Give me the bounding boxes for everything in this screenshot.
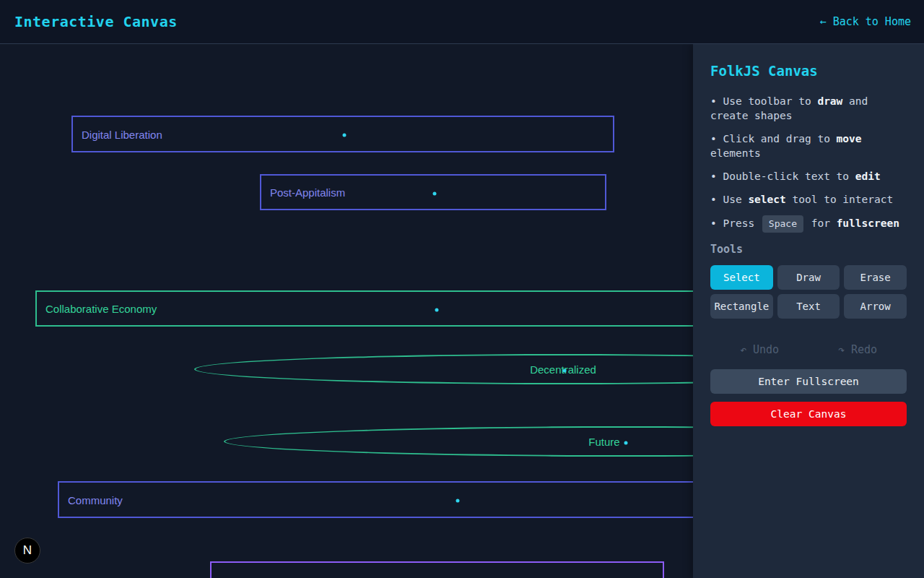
instruction-text: for	[805, 217, 837, 229]
instructions-list: • Use toolbar to draw and create shapes•…	[710, 94, 907, 233]
tools-section-label: Tools	[710, 243, 907, 256]
back-to-home-link[interactable]: ← Back to Home	[820, 15, 911, 28]
shape-center-dot	[624, 441, 628, 445]
canvas-shape-post-appitalism[interactable]: Post-Appitalism	[260, 174, 606, 210]
shape-center-dot	[435, 309, 439, 312]
shape-label-collaborative-economy[interactable]: Collaborative Economy	[45, 303, 157, 315]
instruction-text: • Use toolbar to	[710, 95, 817, 107]
instruction-bold-text: select	[748, 194, 785, 205]
back-to-home-label: Back to Home	[833, 15, 911, 28]
canvas-shape-untitled-rectangle[interactable]	[210, 561, 664, 578]
instruction-text: tool to interact	[786, 194, 893, 205]
tool-button-erase[interactable]: Erase	[844, 265, 907, 290]
tool-button-draw[interactable]: Draw	[777, 265, 840, 290]
app-header: Interactive Canvas ← Back to Home	[0, 0, 924, 44]
instruction-item: • Press Space for fullscreen	[710, 215, 907, 233]
instruction-text: • Press	[710, 217, 761, 229]
instruction-bold-text: draw	[817, 95, 842, 107]
instruction-bold-text: edit	[855, 171, 881, 182]
sidebar-title: FolkJS Canvas	[710, 63, 907, 79]
space-key-badge: Space	[762, 215, 803, 233]
shape-label-community[interactable]: Community	[68, 493, 123, 506]
history-row: ↶ Undo ↷ Redo	[710, 343, 907, 356]
instruction-text: • Click and drag to	[710, 133, 837, 144]
instruction-item: • Double-click text to edit	[710, 169, 907, 184]
instruction-bold-text: fullscreen	[837, 217, 899, 229]
left-arrow-icon: ←	[820, 15, 827, 28]
nextjs-n-icon: N	[23, 543, 32, 558]
nextjs-dev-badge[interactable]: N	[14, 538, 40, 564]
shape-center-dot	[433, 192, 437, 196]
sidebar-panel: FolkJS Canvas • Use toolbar to draw and …	[693, 44, 924, 578]
redo-icon: ↷	[838, 343, 845, 356]
shape-center-dot	[343, 134, 346, 137]
instruction-text: elements	[710, 147, 761, 159]
instruction-text: • Use	[710, 194, 748, 205]
tools-grid: SelectDrawEraseRectangleTextArrow	[710, 265, 907, 319]
instruction-item: • Use select tool to interact	[710, 192, 907, 207]
undo-icon: ↶	[740, 343, 746, 356]
page-title: Interactive Canvas	[14, 13, 178, 30]
shape-label-post-appitalism[interactable]: Post-Appitalism	[270, 186, 345, 199]
shape-center-dot	[563, 369, 567, 373]
instruction-bold-text: move	[837, 133, 862, 144]
undo-button[interactable]: ↶ Undo	[710, 343, 808, 356]
tool-button-arrow[interactable]: Arrow	[844, 294, 907, 319]
redo-label: Redo	[851, 343, 877, 356]
canvas-shape-digital-liberation[interactable]: Digital Liberation	[71, 116, 614, 152]
clear-canvas-button[interactable]: Clear Canvas	[710, 402, 907, 426]
shape-center-dot	[456, 499, 460, 503]
tool-button-select[interactable]: Select	[710, 265, 773, 290]
undo-label: Undo	[753, 343, 779, 356]
tool-button-text[interactable]: Text	[777, 294, 840, 319]
instruction-text: • Double-click text to	[710, 171, 855, 182]
instruction-item: • Click and drag to move elements	[710, 131, 907, 160]
shape-label-digital-liberation[interactable]: Digital Liberation	[82, 128, 162, 140]
instruction-item: • Use toolbar to draw and create shapes	[710, 94, 907, 123]
tool-button-rectangle[interactable]: Rectangle	[710, 294, 773, 319]
enter-fullscreen-button[interactable]: Enter Fullscreen	[710, 369, 907, 394]
redo-button[interactable]: ↷ Redo	[808, 343, 907, 356]
